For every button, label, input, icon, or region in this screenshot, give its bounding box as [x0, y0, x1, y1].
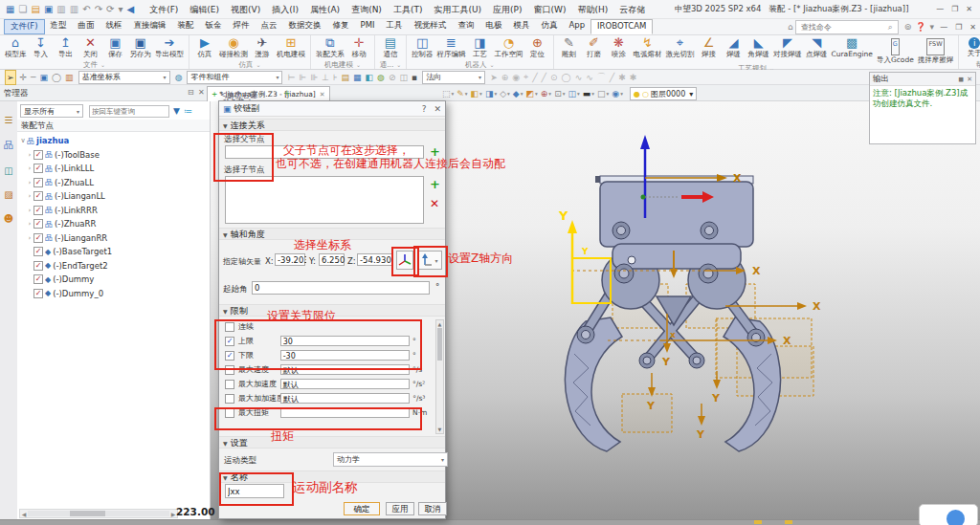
ribbon-item-仿真[interactable]: ▶仿真 — [192, 36, 217, 60]
ribbon-item-激光切割[interactable]: ⌖激光切割 — [664, 36, 697, 64]
ribbon-tab-工具[interactable]: 工具 — [381, 19, 409, 34]
ribbon-tab-IROBOTCAM[interactable]: IROBOTCAM — [590, 19, 653, 34]
dialog-titlebar[interactable]: ▣ 铰链副 ? ✕ — [219, 101, 445, 117]
section-setting[interactable]: ▼设置 — [219, 436, 445, 448]
rotate-center-icon[interactable]: ⊕▾ — [541, 89, 551, 98]
doc-close-button[interactable]: ✕ — [966, 23, 980, 32]
close-button[interactable]: ✕ — [962, 5, 976, 13]
ribbon-tab-造型[interactable]: 造型 — [45, 19, 73, 34]
motion-type-dropdown[interactable]: 动力学▾ — [333, 452, 448, 467]
ribbon-item-CuraEngine[interactable]: ▩CuraEngine — [830, 36, 875, 64]
ribbon-item-漫游[interactable]: ✈漫游 — [250, 36, 275, 60]
tree-node-(-)BaseTarget1[interactable]: ✓◆(-)BaseTarget1 — [17, 245, 210, 259]
ribbon-item-保存[interactable]: ▣保存 — [103, 36, 128, 60]
datum-csys-dropdown[interactable]: 基准坐标系▾ — [78, 71, 170, 84]
constraint-icon[interactable]: ⊩ — [299, 71, 306, 84]
ribbon-item-机电建模[interactable]: ⊞机电建模 — [275, 36, 307, 60]
dialog-help-icon[interactable]: ? — [422, 104, 427, 114]
ribbon-item-导入[interactable]: ↧导入 — [29, 36, 54, 60]
window-icon[interactable]: ◫ — [400, 71, 409, 84]
image-mode-icon[interactable]: ▣ — [40, 71, 49, 84]
zoom-window-icon[interactable]: ⊡▾ — [554, 89, 565, 98]
help-icon[interactable]: ❓ — [915, 22, 925, 32]
limit-checkbox-最大加加速度[interactable] — [225, 394, 234, 404]
frame-icon[interactable]: □▾ — [597, 89, 609, 98]
ribbon-item-装配关系[interactable]: ⧉装配关系 — [314, 36, 346, 60]
axis-x-input[interactable] — [275, 253, 305, 266]
manager-minimize-icon[interactable]: ⊟ — [188, 88, 194, 97]
split-view-icon[interactable]: ◫▾ — [568, 89, 579, 98]
doc-minimize-button[interactable]: — — [936, 23, 951, 32]
tree-search-field[interactable] — [89, 105, 169, 118]
ribbon-tab-电极[interactable]: 电极 — [480, 19, 508, 34]
plot-icon[interactable]: ▥ — [70, 4, 78, 14]
tree-search-input[interactable] — [90, 106, 168, 117]
ribbon-tab-线框[interactable]: 线框 — [100, 19, 128, 34]
tree-node-(-)LinkLLL[interactable]: ›✓品(-)LinkLLL — [17, 162, 210, 176]
refresh-icon[interactable]: ⟳ — [106, 4, 114, 14]
minimize-button[interactable]: — — [932, 5, 947, 13]
folder-icon[interactable]: ▤ — [342, 71, 350, 84]
sphere-icon[interactable]: ◍ — [377, 71, 385, 84]
constraint-icon[interactable]: ⊦ — [333, 71, 338, 84]
ribbon-item-导出模型[interactable]: ➔导出模型 — [153, 36, 186, 60]
shade-icon[interactable]: ◧ — [366, 71, 374, 84]
ribbon-item-电弧熔材[interactable]: ↯电弧熔材 — [632, 36, 664, 64]
filter-list-icon[interactable]: ≔ — [184, 106, 192, 116]
remove-child-button[interactable]: ✕ — [430, 198, 439, 209]
menu-查询(N)[interactable]: 查询(N) — [345, 1, 388, 18]
add-child-button[interactable]: + — [430, 178, 440, 190]
ribbon-tab-钣金[interactable]: 钣金 — [200, 19, 228, 34]
ribbon-item-导出[interactable]: ↥导出 — [54, 36, 78, 60]
pan-icon[interactable]: ✛ — [20, 71, 28, 84]
ribbon-tab-点云[interactable]: 点云 — [256, 19, 283, 34]
menu-应用(P)[interactable]: 应用(P) — [487, 1, 527, 18]
output-pin-icon[interactable]: ◼ — [958, 76, 964, 83]
ribbon-tab-装配[interactable]: 装配 — [172, 19, 200, 34]
speaker-icon[interactable]: ◀ — [126, 4, 134, 14]
start-angle-input[interactable] — [252, 281, 430, 295]
menu-视图(V)[interactable]: 视图(V) — [225, 1, 266, 18]
select-cursor-icon[interactable]: ➢ — [5, 70, 16, 85]
output-close-icon[interactable]: ✕ — [967, 76, 972, 83]
caret-down-icon[interactable]: ▾ — [930, 22, 935, 32]
ribbon-item-对接焊缝[interactable]: ◤对接焊缝 — [771, 36, 804, 64]
pick-filter-dropdown[interactable]: 零件和组件▾ — [187, 71, 282, 84]
axis-y-input[interactable] — [319, 253, 345, 266]
tree-node-(-)ZhuaLL[interactable]: ›✓品(-)ZhuaLL — [17, 176, 210, 190]
menu-帮助(H)[interactable]: 帮助(H) — [571, 1, 613, 18]
constraint-icon[interactable]: ⊢ — [287, 71, 295, 84]
manager-close-icon[interactable]: ✕ — [198, 88, 205, 97]
limit-input-最大加加速度[interactable]: 默认 — [280, 393, 410, 404]
tree-node-(-)LianganLL[interactable]: ›✓品(-)LianganLL — [17, 189, 210, 204]
grid-icon[interactable]: ▦ — [353, 71, 362, 84]
ribbon-item-角焊缝[interactable]: ◣角焊缝 — [746, 36, 772, 64]
ribbon-item-关闭[interactable]: ✕关闭 — [78, 36, 103, 60]
axis-z-input[interactable] — [357, 253, 392, 266]
ribbon-item-打磨[interactable]: ✐打磨 — [582, 36, 607, 64]
menu-编辑(E)[interactable]: 编辑(E) — [184, 1, 225, 18]
ribbon-tab-直接编辑[interactable]: 直接编辑 — [128, 19, 172, 34]
child-node-list[interactable] — [225, 176, 424, 224]
apply-button[interactable]: 应用 — [386, 502, 414, 515]
ribbon-item-搅拌摩擦焊[interactable]: FSW搅拌摩擦焊 — [916, 36, 956, 64]
ribbon-tab-数据交换[interactable]: 数据交换 — [283, 19, 327, 34]
menu-工具(T)[interactable]: 工具(T) — [388, 1, 429, 18]
ribbon-item-定位[interactable]: ⊕定位 — [525, 36, 550, 60]
home-icon[interactable]: ⌂ — [788, 22, 793, 32]
app-logo[interactable]: ▦ — [6, 4, 14, 14]
chart-icon[interactable]: ▥ — [65, 71, 74, 84]
menu-实用工具(U)[interactable]: 实用工具(U) — [428, 1, 487, 18]
filter-funnel-icon[interactable]: ▼ — [173, 106, 180, 116]
tree-node-(-)Dummy_0[interactable]: ✓◆(-)Dummy_0 — [17, 287, 210, 301]
new-icon[interactable]: ❏ — [18, 4, 27, 14]
menu-文件(F)[interactable]: 文件(F) — [144, 1, 184, 18]
limit-input-最大加速度[interactable]: 默认 — [280, 379, 410, 389]
ribbon-tab-修复[interactable]: 修复 — [327, 19, 355, 34]
section-connect[interactable]: ▼连接关系 — [219, 119, 445, 131]
ribbon-item-移动[interactable]: ✛移动 — [346, 36, 371, 60]
ribbon-item-碰撞检测[interactable]: ◉碰撞检测 — [217, 36, 250, 60]
dialog-scrollbar[interactable]: ▲ ▼ — [435, 319, 444, 434]
ribbon-tab-文件(F)[interactable]: 文件(F) — [4, 19, 45, 34]
circle-select-icon[interactable]: ◯ — [52, 71, 61, 84]
